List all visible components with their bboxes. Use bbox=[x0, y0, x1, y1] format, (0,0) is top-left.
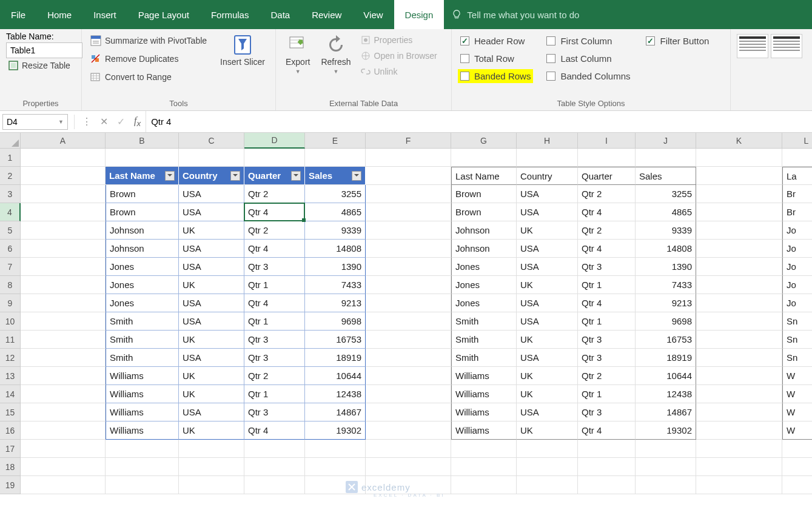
cell[interactable] bbox=[696, 258, 782, 276]
cell[interactable]: 4865 bbox=[636, 203, 696, 221]
cell[interactable]: Jones bbox=[451, 258, 517, 276]
cell[interactable] bbox=[244, 458, 305, 476]
cell[interactable]: 10644 bbox=[305, 367, 366, 385]
cell[interactable]: Williams bbox=[106, 385, 179, 403]
filter-dropdown-icon[interactable] bbox=[165, 171, 175, 181]
cell[interactable]: Qtr 1 bbox=[244, 312, 305, 331]
cell[interactable] bbox=[21, 185, 106, 203]
row-header[interactable]: 15 bbox=[0, 403, 21, 421]
cell[interactable] bbox=[21, 367, 106, 385]
tell-me-search[interactable]: Tell me what you want to do bbox=[444, 0, 586, 29]
cell[interactable]: 14808 bbox=[636, 240, 696, 258]
filter-dropdown-icon[interactable] bbox=[230, 171, 240, 181]
cell[interactable] bbox=[782, 440, 812, 458]
column-header[interactable]: I bbox=[578, 133, 636, 149]
cell[interactable]: Jones bbox=[106, 276, 179, 294]
cell[interactable] bbox=[21, 221, 106, 240]
cell[interactable]: USA bbox=[517, 403, 578, 421]
cell[interactable]: Qtr 1 bbox=[578, 276, 636, 294]
table-style-thumb[interactable] bbox=[771, 34, 802, 58]
cell[interactable] bbox=[696, 331, 782, 349]
cell[interactable]: 12438 bbox=[636, 385, 696, 403]
cell[interactable]: W bbox=[782, 421, 812, 440]
cell[interactable]: USA bbox=[517, 258, 578, 276]
cell[interactable]: Qtr 1 bbox=[578, 312, 636, 331]
cell[interactable]: Qtr 4 bbox=[244, 203, 305, 221]
cell[interactable] bbox=[21, 440, 106, 458]
cell[interactable]: 1390 bbox=[636, 258, 696, 276]
cell[interactable]: USA bbox=[517, 312, 578, 331]
column-header[interactable]: F bbox=[366, 133, 451, 149]
cell[interactable]: Smith bbox=[451, 331, 517, 349]
column-header[interactable]: H bbox=[517, 133, 578, 149]
ribbon-tab-design[interactable]: Design bbox=[394, 0, 445, 29]
cell[interactable] bbox=[696, 203, 782, 221]
cell[interactable]: Jones bbox=[106, 258, 179, 276]
cell[interactable]: Sales bbox=[305, 167, 366, 185]
cell[interactable] bbox=[21, 294, 106, 312]
cell[interactable]: Qtr 1 bbox=[244, 276, 305, 294]
cell[interactable]: 14867 bbox=[636, 403, 696, 421]
cell[interactable]: Last Name bbox=[451, 167, 517, 185]
table-style-thumb[interactable] bbox=[737, 34, 768, 58]
cell[interactable] bbox=[517, 440, 578, 458]
cell[interactable] bbox=[21, 149, 106, 167]
cell[interactable]: Williams bbox=[106, 421, 179, 440]
row-header[interactable]: 17 bbox=[0, 440, 21, 458]
cell[interactable]: Qtr 1 bbox=[578, 385, 636, 403]
banded-rows-checkbox[interactable]: Banded Rows bbox=[458, 69, 533, 83]
cell[interactable]: 7433 bbox=[305, 276, 366, 294]
cell[interactable]: Jo bbox=[782, 276, 812, 294]
cell[interactable]: USA bbox=[179, 349, 244, 367]
cell[interactable]: Williams bbox=[106, 367, 179, 385]
cell[interactable]: Brown bbox=[451, 203, 517, 221]
cell[interactable]: La bbox=[782, 167, 812, 185]
table-name-input[interactable] bbox=[6, 42, 82, 58]
row-header[interactable]: 4 bbox=[0, 203, 21, 221]
cell[interactable] bbox=[366, 349, 451, 367]
cell[interactable]: 4865 bbox=[305, 203, 366, 221]
cell[interactable] bbox=[366, 258, 451, 276]
cell[interactable] bbox=[782, 458, 812, 476]
cell[interactable] bbox=[636, 476, 696, 494]
cell[interactable]: UK bbox=[517, 331, 578, 349]
filter-dropdown-icon[interactable] bbox=[352, 171, 361, 181]
cell[interactable] bbox=[782, 476, 812, 494]
cell[interactable]: 16753 bbox=[636, 331, 696, 349]
column-header[interactable]: D bbox=[244, 133, 305, 149]
cell[interactable] bbox=[366, 221, 451, 240]
cell[interactable] bbox=[636, 149, 696, 167]
cell[interactable]: Qtr 4 bbox=[578, 203, 636, 221]
cell[interactable] bbox=[21, 276, 106, 294]
cell[interactable]: W bbox=[782, 403, 812, 421]
cell[interactable]: Williams bbox=[451, 385, 517, 403]
cell[interactable]: Qtr 4 bbox=[244, 421, 305, 440]
ribbon-tab-data[interactable]: Data bbox=[260, 0, 301, 29]
cell[interactable] bbox=[696, 312, 782, 331]
formula-input[interactable]: Qtr 4 bbox=[146, 111, 812, 132]
export-button[interactable]: Export ▼ bbox=[282, 32, 314, 78]
row-header[interactable]: 13 bbox=[0, 367, 21, 385]
cell[interactable] bbox=[517, 476, 578, 494]
cell[interactable]: UK bbox=[517, 221, 578, 240]
column-header[interactable]: G bbox=[451, 133, 517, 149]
cell[interactable]: Br bbox=[782, 185, 812, 203]
cell[interactable] bbox=[782, 149, 812, 167]
name-box[interactable]: D4 ▼ bbox=[2, 114, 68, 130]
cell[interactable] bbox=[517, 458, 578, 476]
cell[interactable]: Smith bbox=[451, 312, 517, 331]
cell[interactable]: Jo bbox=[782, 258, 812, 276]
cell[interactable]: Qtr 2 bbox=[578, 185, 636, 203]
cell[interactable]: USA bbox=[179, 240, 244, 258]
cell[interactable]: UK bbox=[179, 385, 244, 403]
cell[interactable] bbox=[21, 167, 106, 185]
header-row-checkbox[interactable]: Header Row bbox=[458, 34, 533, 48]
cell[interactable]: 9339 bbox=[305, 221, 366, 240]
cell[interactable] bbox=[451, 440, 517, 458]
cell[interactable]: Qtr 2 bbox=[244, 185, 305, 203]
row-header[interactable]: 14 bbox=[0, 385, 21, 403]
resize-table-button[interactable]: Resize Table bbox=[6, 59, 73, 72]
cell[interactable]: Sales bbox=[636, 167, 696, 185]
ribbon-tab-formulas[interactable]: Formulas bbox=[200, 0, 260, 29]
cell[interactable] bbox=[517, 149, 578, 167]
